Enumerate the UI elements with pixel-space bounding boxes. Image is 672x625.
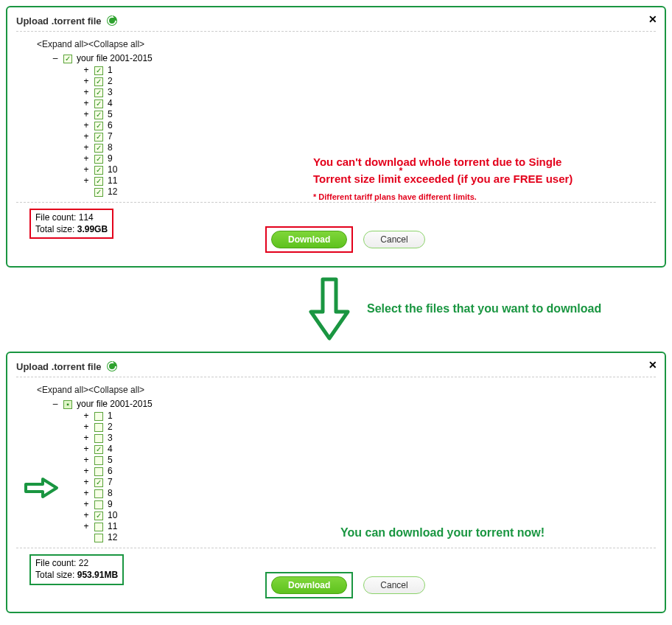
- toggle-icon[interactable]: +: [83, 522, 90, 531]
- toggle-icon[interactable]: +: [83, 77, 90, 86]
- expand-all-link[interactable]: <Expand all>: [37, 39, 88, 49]
- checkbox[interactable]: ✓: [94, 166, 103, 175]
- item-label: 6: [108, 121, 113, 130]
- refresh-icon[interactable]: [106, 15, 118, 27]
- toggle-icon[interactable]: +: [83, 511, 90, 520]
- item-label: 1: [108, 66, 113, 75]
- checkbox[interactable]: ✓: [94, 122, 103, 130]
- tree-item[interactable]: +✓7: [83, 131, 656, 142]
- cancel-button[interactable]: Cancel: [363, 231, 424, 248]
- toggle-icon[interactable]: +: [83, 132, 90, 142]
- toggle-icon[interactable]: +: [83, 455, 90, 465]
- checkbox[interactable]: ✓: [94, 155, 103, 164]
- toggle-icon[interactable]: +: [83, 176, 90, 186]
- checkbox[interactable]: ✓: [94, 511, 103, 520]
- toggle-icon[interactable]: +: [83, 143, 90, 153]
- item-label: 11: [108, 522, 117, 531]
- file-count-value: 114: [79, 212, 94, 223]
- checkbox[interactable]: [94, 456, 103, 465]
- toggle-icon[interactable]: +: [83, 66, 90, 75]
- download-highlight: Download: [265, 572, 353, 598]
- checkbox[interactable]: ✓: [94, 144, 103, 153]
- collapse-all-link[interactable]: <Collapse all>: [88, 39, 144, 49]
- item-label: 10: [108, 165, 117, 175]
- tree-item[interactable]: +6: [83, 466, 656, 477]
- tree-root[interactable]: – ✓ your file 2001-2015: [52, 54, 656, 63]
- tree-item[interactable]: +✓6: [83, 120, 656, 131]
- download-button[interactable]: Download: [271, 576, 347, 594]
- collapse-all-link[interactable]: <Collapse all>: [88, 385, 144, 395]
- toggle-icon[interactable]: +: [83, 121, 90, 130]
- toggle-icon[interactable]: +: [83, 99, 90, 108]
- tree-item[interactable]: +✓8: [83, 142, 656, 153]
- checkbox[interactable]: ✓: [94, 133, 103, 142]
- file-count-box: File count: 22 Total size: 953.91MB: [29, 554, 124, 584]
- tree-item[interactable]: +3: [83, 433, 656, 444]
- tree-item[interactable]: +✓4: [83, 98, 656, 109]
- checkbox-root[interactable]: ✓: [63, 55, 72, 63]
- checkbox[interactable]: [94, 467, 103, 476]
- tree-item[interactable]: +1: [83, 411, 656, 422]
- toggle-icon[interactable]: +: [83, 489, 90, 498]
- toggle-icon[interactable]: +: [83, 467, 90, 476]
- tree-item[interactable]: +✓1: [83, 65, 656, 76]
- download-button[interactable]: Download: [271, 231, 347, 248]
- checkbox[interactable]: ✓: [94, 478, 103, 487]
- checkbox[interactable]: ✓: [94, 88, 103, 97]
- tree-item[interactable]: +✓5: [83, 109, 656, 120]
- close-icon[interactable]: ✕: [648, 359, 657, 371]
- toggle-icon[interactable]: +: [83, 433, 90, 443]
- expand-all-link[interactable]: <Expand all>: [37, 385, 88, 395]
- file-count-box: File count: 114 Total size: 3.99GB: [29, 209, 113, 239]
- tree-item[interactable]: +✓3: [83, 87, 656, 98]
- toggle-icon[interactable]: +: [83, 165, 90, 175]
- upload-dialog-blocked: Upload .torrent file ✕ <Expand all><Coll…: [6, 6, 666, 268]
- tree-item[interactable]: +✓10: [83, 510, 656, 521]
- checkbox[interactable]: ✓: [94, 66, 103, 75]
- toggle-icon[interactable]: +: [83, 110, 90, 119]
- tree-item[interactable]: +2: [83, 422, 656, 433]
- arrow-right-icon: [24, 477, 59, 499]
- checkbox[interactable]: ✓: [94, 177, 103, 186]
- checkbox[interactable]: [94, 523, 103, 531]
- toggle-icon[interactable]: +: [83, 500, 90, 509]
- tree-item[interactable]: +✓7: [83, 477, 656, 488]
- checkbox[interactable]: [94, 434, 103, 443]
- checkbox-root[interactable]: ▪: [63, 400, 72, 409]
- total-size-label: Total size:: [35, 570, 77, 580]
- tree-children: +1+2+3+✓4+5+6+✓7+8+9+✓10+1112: [83, 411, 656, 543]
- tree-controls: <Expand all><Collapse all>: [37, 39, 656, 49]
- close-icon[interactable]: ✕: [648, 13, 657, 25]
- checkbox[interactable]: [94, 489, 103, 498]
- checkbox[interactable]: ✓: [94, 77, 103, 86]
- toggle-icon[interactable]: +: [83, 422, 90, 432]
- toggle-icon[interactable]: +: [83, 478, 90, 487]
- tree-item[interactable]: +✓2: [83, 76, 656, 87]
- checkbox[interactable]: ✓: [94, 188, 103, 197]
- warn-line2: Torrent size limit exceeded (if you are …: [313, 170, 579, 186]
- checkbox[interactable]: [94, 412, 103, 421]
- toggle-icon[interactable]: –: [52, 54, 59, 63]
- cancel-button[interactable]: Cancel: [363, 576, 424, 594]
- toggle-icon[interactable]: +: [83, 88, 90, 97]
- checkbox[interactable]: [94, 500, 103, 509]
- warn-line1: You can't download whole torrent due to …: [313, 155, 579, 170]
- tree-item[interactable]: +9: [83, 499, 656, 510]
- tree-root[interactable]: – ▪ your file 2001-2015: [52, 399, 656, 409]
- checkbox[interactable]: [94, 423, 103, 432]
- tree-item[interactable]: +8: [83, 488, 656, 499]
- toggle-icon[interactable]: +: [83, 154, 90, 164]
- mid-section: Select the files that you want to downlo…: [6, 276, 666, 341]
- checkbox[interactable]: ✓: [94, 99, 103, 108]
- checkbox[interactable]: ✓: [94, 111, 103, 119]
- item-label: 9: [108, 154, 113, 164]
- checkbox[interactable]: ✓: [94, 445, 103, 454]
- toggle-icon[interactable]: –: [52, 399, 59, 409]
- toggle-icon[interactable]: +: [83, 444, 90, 454]
- tree-item[interactable]: +✓4: [83, 444, 656, 455]
- tree-item[interactable]: +5: [83, 455, 656, 466]
- item-label: 3: [108, 433, 113, 443]
- checkbox[interactable]: [94, 534, 103, 542]
- toggle-icon[interactable]: +: [83, 411, 90, 421]
- refresh-icon[interactable]: [106, 360, 118, 372]
